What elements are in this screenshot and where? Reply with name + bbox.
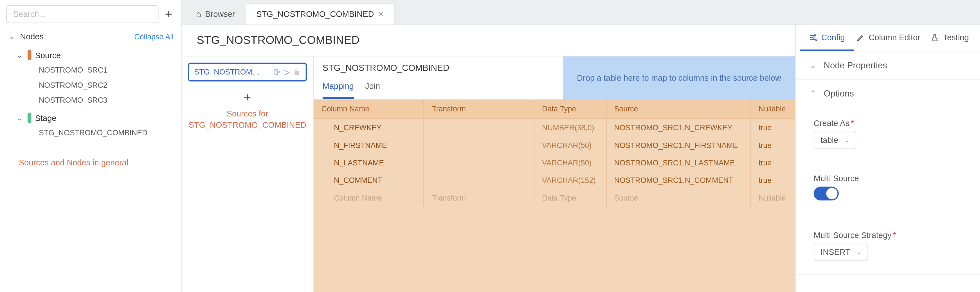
cell-nullable: true bbox=[751, 154, 795, 172]
cell-column-name: N_COMMENT bbox=[314, 172, 424, 189]
close-icon[interactable]: ✕ bbox=[378, 10, 384, 19]
locate-icon[interactable]: ⦾ bbox=[274, 68, 280, 77]
props-tab-label: Testing bbox=[943, 33, 969, 42]
collapse-all-button[interactable]: Collapse All bbox=[134, 32, 173, 41]
subtab-join[interactable]: Join bbox=[365, 77, 380, 99]
node-tree: ⌄ Source NOSTROMO_SRC1 NOSTROMO_SRC2 NOS… bbox=[0, 45, 181, 140]
source-card-name: STG_NOSTROMO_CO... bbox=[194, 68, 263, 77]
cell-source: NOSTROMO_SRC1.N_CREWKEY bbox=[606, 119, 751, 136]
flask-icon bbox=[931, 33, 939, 41]
run-icon[interactable]: ▷ bbox=[284, 68, 290, 77]
tree-leaf[interactable]: NOSTROMO_SRC3 bbox=[15, 93, 181, 108]
cell-data-type: VARCHAR(50) bbox=[534, 136, 606, 154]
cell-transform[interactable] bbox=[424, 136, 534, 154]
cell-column-name: N_CREWKEY bbox=[314, 119, 424, 136]
tree-group-label: Stage bbox=[35, 113, 57, 122]
main: ⌂ Browser STG_NOSTROMO_COMBINED ✕ STG_NO… bbox=[182, 0, 980, 292]
props-tab-label: Column Editor bbox=[869, 33, 920, 42]
cell-column-name: N_FIRSTNAME bbox=[314, 136, 424, 154]
tree-leaf[interactable]: NOSTROMO_SRC2 bbox=[15, 78, 181, 93]
cell-data-type: NUMBER(38,0) bbox=[534, 119, 606, 136]
cell-transform[interactable] bbox=[424, 154, 534, 172]
field-label-multi-source: Multi Source bbox=[814, 174, 963, 183]
col-header-datatype[interactable]: Data Type bbox=[534, 100, 606, 119]
cell-transform[interactable]: Transform bbox=[424, 189, 534, 207]
home-icon: ⌂ bbox=[196, 9, 201, 19]
sources-annotation: Sources for STG_NOSTROMO_COMBINED bbox=[188, 108, 307, 130]
accordion-label: Options bbox=[824, 88, 854, 99]
field-label-multi-source-strategy: Multi Source Strategy* bbox=[814, 230, 963, 240]
table-row[interactable]: N_FIRSTNAMEVARCHAR(50)NOSTROMO_SRC1.N_FI… bbox=[314, 136, 795, 154]
delete-icon[interactable]: 🗑 bbox=[293, 68, 301, 77]
page-title: STG_NOSTROMO_COMBINED bbox=[182, 25, 795, 56]
cell-transform[interactable] bbox=[424, 119, 534, 136]
cell-source: NOSTROMO_SRC1.N_LASTNAME bbox=[606, 154, 751, 172]
table-row[interactable]: N_LASTNAMEVARCHAR(50)NOSTROMO_SRC1.N_LAS… bbox=[314, 154, 795, 172]
accordion-options[interactable]: ⌃ Options bbox=[796, 80, 980, 107]
chevron-down-icon[interactable]: ⌄ bbox=[8, 33, 16, 41]
tab-active-node[interactable]: STG_NOSTROMO_COMBINED ✕ bbox=[245, 3, 395, 24]
table-row[interactable]: N_COMMENTVARCHAR(152)NOSTROMO_SRC1.N_COM… bbox=[314, 172, 795, 189]
props-tab-column-editor[interactable]: Column Editor bbox=[854, 25, 923, 51]
create-as-select[interactable]: table ⌄ bbox=[814, 132, 856, 148]
table-row[interactable]: N_CREWKEYNUMBER(38,0)NOSTROMO_SRC1.N_CRE… bbox=[314, 119, 795, 136]
col-header-nullable[interactable]: Nullable bbox=[751, 100, 795, 119]
cell-source: NOSTROMO_SRC1.N_COMMENT bbox=[606, 172, 751, 189]
tab-label: STG_NOSTROMO_COMBINED bbox=[256, 9, 374, 19]
cell-nullable: true bbox=[751, 172, 795, 189]
caret-down-icon: ⌄ bbox=[845, 136, 850, 143]
tree-leaf[interactable]: NOSTROMO_SRC1 bbox=[15, 63, 181, 78]
add-node-button[interactable]: + bbox=[162, 7, 175, 21]
chevron-down-icon: ⌄ bbox=[15, 51, 24, 59]
drop-zone[interactable]: Drop a table here to map to columns in t… bbox=[563, 56, 795, 100]
cell-source[interactable]: Source bbox=[606, 189, 751, 207]
svg-point-2 bbox=[816, 39, 817, 40]
cell-nullable[interactable]: Nullable bbox=[751, 189, 795, 207]
chevron-down-icon: ⌄ bbox=[15, 114, 24, 122]
pencil-icon bbox=[856, 33, 865, 41]
search-input[interactable] bbox=[6, 5, 159, 23]
sources-column: STG_NOSTROMO_CO... ⦾ ▷ 🗑 + Sources for S… bbox=[182, 56, 313, 292]
field-label-create-as: Create As* bbox=[814, 118, 963, 128]
cell-nullable: true bbox=[751, 119, 795, 136]
stage-marker-icon bbox=[27, 113, 31, 123]
tab-browser[interactable]: ⌂ Browser bbox=[185, 3, 245, 24]
tree-group-label: Source bbox=[35, 50, 61, 60]
svg-point-0 bbox=[815, 34, 816, 36]
cell-data-type: VARCHAR(152) bbox=[534, 172, 606, 189]
subtab-mapping[interactable]: Mapping bbox=[323, 77, 354, 99]
col-header-transform[interactable]: Transform bbox=[424, 100, 534, 119]
cell-column-name[interactable]: Column Name bbox=[314, 189, 424, 207]
mapping-grid: Column Name Transform Data Type Source N… bbox=[314, 100, 795, 207]
tree-leaf[interactable]: STG_NOSTROMO_COMBINED bbox=[15, 125, 181, 140]
caret-down-icon: ⌄ bbox=[856, 249, 862, 255]
table-row-placeholder[interactable]: Column NameTransformData TypeSourceNulla… bbox=[314, 189, 795, 207]
add-source-button[interactable]: + bbox=[188, 90, 307, 105]
props-tab-testing[interactable]: Testing bbox=[923, 25, 977, 51]
nodes-label: Nodes bbox=[20, 32, 44, 41]
multi-source-toggle[interactable] bbox=[814, 187, 839, 201]
cell-transform[interactable] bbox=[424, 172, 534, 189]
mapping-area: STG_NOSTROMO_COMBINED Mapping Join Drop … bbox=[313, 56, 795, 292]
tree-group-source[interactable]: ⌄ Source bbox=[15, 48, 181, 62]
props-tab-label: Config bbox=[821, 33, 845, 42]
accordion-label: Node Properties bbox=[824, 60, 887, 70]
select-value: INSERT bbox=[821, 247, 850, 257]
cell-source: NOSTROMO_SRC1.N_FIRSTNAME bbox=[606, 136, 751, 154]
col-header-name[interactable]: Column Name bbox=[314, 100, 424, 119]
cell-nullable: true bbox=[751, 136, 795, 154]
editor-tab-strip: ⌂ Browser STG_NOSTROMO_COMBINED ✕ bbox=[182, 0, 980, 25]
svg-point-1 bbox=[813, 37, 814, 38]
chevron-up-icon: ⌃ bbox=[809, 89, 818, 97]
tree-group-stage[interactable]: ⌄ Stage bbox=[15, 110, 181, 125]
accordion-node-properties[interactable]: ⌄ Node Properties bbox=[796, 51, 980, 79]
props-tab-config[interactable]: Config bbox=[800, 25, 854, 51]
sliders-icon bbox=[809, 33, 818, 41]
select-value: table bbox=[821, 135, 838, 145]
multi-source-strategy-select[interactable]: INSERT ⌄ bbox=[814, 244, 869, 260]
cell-data-type: VARCHAR(50) bbox=[534, 154, 606, 172]
source-card[interactable]: STG_NOSTROMO_CO... ⦾ ▷ 🗑 bbox=[188, 63, 307, 81]
cell-data-type[interactable]: Data Type bbox=[534, 189, 606, 207]
sidebar: + ⌄ Nodes Collapse All ⌄ Source NOSTROMO… bbox=[0, 0, 182, 292]
col-header-source[interactable]: Source bbox=[606, 100, 751, 119]
